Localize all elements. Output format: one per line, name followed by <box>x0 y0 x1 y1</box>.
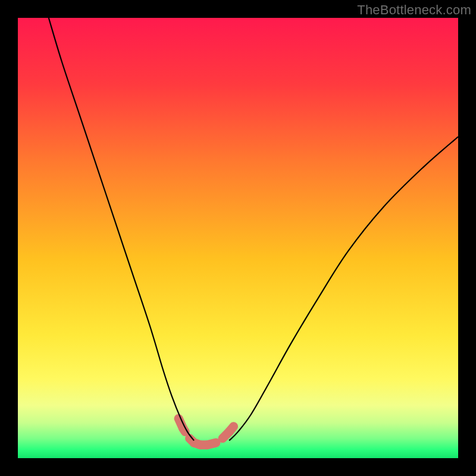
svg-line-8 <box>229 427 233 432</box>
watermark-text: TheBottleneck.com <box>357 2 471 18</box>
right-curve <box>229 137 458 441</box>
chart-frame: TheBottleneck.com <box>0 0 476 476</box>
svg-line-6 <box>207 443 216 445</box>
curves-layer <box>18 18 458 458</box>
left-curve <box>49 18 194 440</box>
plot-area <box>18 18 458 458</box>
svg-line-2 <box>183 428 186 432</box>
